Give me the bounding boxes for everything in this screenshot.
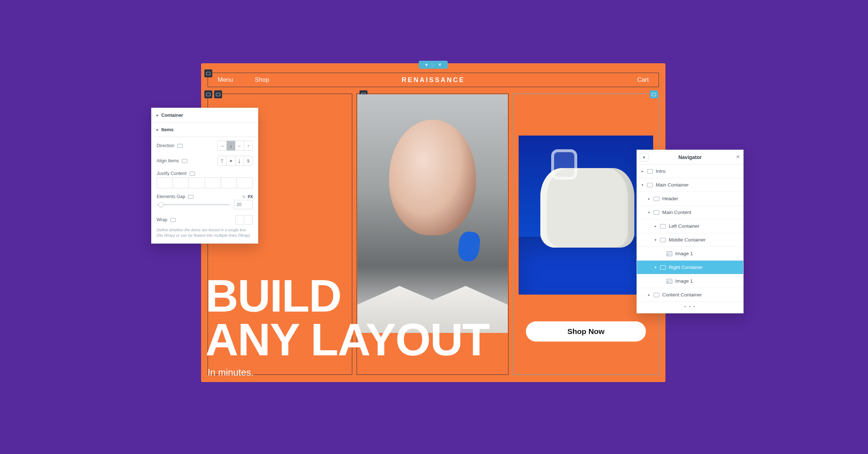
align-buttons: ⭡ ✦ ⭣ ⥮ xyxy=(217,156,253,166)
tree-content-container[interactable]: ▸ Content Container xyxy=(637,288,743,302)
tree-label: Header xyxy=(662,196,678,201)
section-container-toggle[interactable]: ▸ Container xyxy=(152,108,258,123)
desktop-icon[interactable] xyxy=(188,195,193,199)
site-header: Menu Shop RENAISSANCE Cart xyxy=(208,73,659,87)
chevron-right-icon[interactable]: ▸ xyxy=(647,197,651,201)
align-end-button[interactable]: ⭣ xyxy=(235,156,244,166)
gap-unit-px[interactable]: PX xyxy=(248,194,253,199)
headline-line-2: ANY LAYOUT xyxy=(205,318,489,362)
desktop-icon[interactable] xyxy=(170,218,176,222)
container-icon xyxy=(654,210,659,215)
section-items-label: Items xyxy=(161,127,174,132)
container-chip-right[interactable] xyxy=(650,90,658,98)
tree-label: Middle Container xyxy=(669,237,706,243)
chevron-right-icon[interactable]: ▸ xyxy=(641,169,644,173)
justify-option-6[interactable] xyxy=(237,177,253,188)
close-icon[interactable]: × xyxy=(736,154,740,160)
direction-column-reverse-button[interactable]: ↑ xyxy=(244,141,252,150)
tree-label: Intro xyxy=(656,168,665,174)
tree-label: Image 1 xyxy=(675,278,693,284)
tree-label: Main Container xyxy=(656,182,689,188)
plus-icon[interactable]: + xyxy=(425,62,428,68)
product-thumbnail xyxy=(519,136,653,295)
align-center-button[interactable]: ✦ xyxy=(226,156,235,166)
grip-icon[interactable]: ::: xyxy=(431,63,435,67)
tree-intro[interactable]: ▸ Intro xyxy=(637,164,743,178)
justify-option-2[interactable] xyxy=(173,177,189,188)
justify-option-1[interactable] xyxy=(157,177,173,188)
align-label: Align Items xyxy=(157,158,179,163)
brand-logo-text: RENAISSANCE xyxy=(401,76,465,84)
tree-header[interactable]: ▸ Header xyxy=(637,192,743,206)
tree-middle-container[interactable]: ▾ Middle Container xyxy=(637,233,743,247)
tree-main-content[interactable]: ▾ Main Content xyxy=(637,206,743,219)
chevron-down-icon[interactable]: ▾ xyxy=(654,265,657,269)
gap-value-input[interactable]: 20 xyxy=(234,200,253,209)
desktop-icon[interactable] xyxy=(190,172,195,176)
direction-label: Direction xyxy=(157,143,174,148)
gap-slider[interactable] xyxy=(157,201,230,208)
thumb-sculpture xyxy=(540,168,634,248)
desktop-icon[interactable] xyxy=(182,159,187,163)
justify-option-4[interactable] xyxy=(205,177,221,188)
navigator-title: Navigator xyxy=(678,154,702,160)
chevron-right-icon[interactable]: ▸ xyxy=(647,293,651,297)
tree-label: Image 1 xyxy=(675,251,693,256)
container-chip-row[interactable] xyxy=(204,90,212,98)
tree-more[interactable]: • • • xyxy=(637,302,743,313)
wrap-buttons xyxy=(235,215,253,224)
image-icon xyxy=(667,279,672,284)
nav-cart-link[interactable]: Cart xyxy=(637,76,649,83)
chevron-down-icon[interactable]: ▾ xyxy=(654,238,657,242)
tree-right-container[interactable]: ▾ Right Container xyxy=(637,261,743,274)
wrap-nowrap-button[interactable] xyxy=(235,215,244,224)
headline-line-1: BUILD xyxy=(205,274,489,318)
editor-canvas: + ::: ✕ Menu Shop RENAISSANCE Cart Shop … xyxy=(201,63,665,382)
section-items-toggle[interactable]: ▸ Items xyxy=(152,123,258,137)
slider-thumb[interactable] xyxy=(158,202,163,207)
tree-image-1b[interactable]: Image 1 xyxy=(637,274,743,288)
tree-label: Content Container xyxy=(662,292,702,297)
tree-main-container[interactable]: ▾ Main Container xyxy=(637,178,743,192)
container-icon xyxy=(660,265,666,270)
tree-label: Left Container xyxy=(669,223,699,229)
slider-track xyxy=(157,204,230,205)
container-chip-left[interactable] xyxy=(214,90,222,98)
direction-column-button[interactable]: ↓ xyxy=(226,141,235,150)
navigator-menu-button[interactable]: ▾ xyxy=(640,153,648,162)
hero-subhead: In minutes. xyxy=(208,367,254,378)
tree-image-1[interactable]: Image 1 xyxy=(637,247,743,261)
direction-row-reverse-button[interactable]: ← xyxy=(235,141,244,150)
chevron-down-icon[interactable]: ▾ xyxy=(647,210,651,214)
container-icon xyxy=(206,93,210,96)
desktop-icon[interactable] xyxy=(177,144,183,148)
blue-earring xyxy=(457,231,481,262)
nav-shop-link[interactable]: Shop xyxy=(255,76,269,83)
justify-buttons xyxy=(157,177,253,188)
justify-option-5[interactable] xyxy=(221,177,237,188)
chevron-right-icon[interactable]: ▸ xyxy=(654,224,657,228)
tree-left-container[interactable]: ▸ Left Container xyxy=(637,219,743,233)
container-icon xyxy=(660,238,666,242)
align-start-button[interactable]: ⭡ xyxy=(218,156,226,166)
shop-now-button[interactable]: Shop Now xyxy=(526,321,646,342)
close-icon[interactable]: ✕ xyxy=(438,62,442,67)
justify-option-3[interactable] xyxy=(189,177,205,188)
container-icon xyxy=(660,224,666,228)
canvas-tab-handle[interactable]: + ::: ✕ xyxy=(419,61,448,69)
gap-label: Elements Gap xyxy=(157,194,185,199)
chevron-right-icon: ▸ xyxy=(157,128,158,132)
direction-row-button[interactable]: → xyxy=(218,141,226,150)
gap-unit-percent[interactable]: % xyxy=(242,194,246,199)
navigator-panel: ▾ Navigator × ▸ Intro ▾ Main Container ▸… xyxy=(637,150,744,313)
align-stretch-button[interactable]: ⥮ xyxy=(244,156,252,166)
nav-menu-link[interactable]: Menu xyxy=(218,76,233,83)
properties-panel: ▸ Container ▸ Items Direction → ↓ ← ↑ Al… xyxy=(151,108,258,244)
container-icon xyxy=(216,93,220,96)
tree-label: Main Content xyxy=(662,210,691,215)
gap-unit-toggle[interactable]: % PX xyxy=(242,194,253,199)
wrap-wrap-button[interactable] xyxy=(244,215,253,224)
container-icon xyxy=(652,93,656,96)
section-container-label: Container xyxy=(161,112,183,118)
chevron-down-icon[interactable]: ▾ xyxy=(641,183,644,187)
